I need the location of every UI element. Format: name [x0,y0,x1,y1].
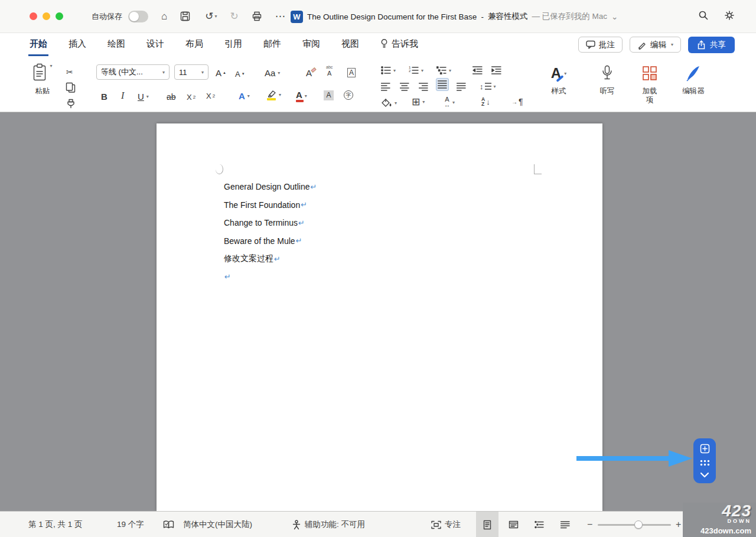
undo-chevron-icon[interactable]: ▾ [215,14,217,19]
styles-button[interactable]: A ▾ 样式 [542,63,575,96]
undo-button[interactable]: ↺ [205,10,213,22]
line-spacing-button[interactable]: ↕ ▾ [480,80,496,93]
zoom-track[interactable] [598,524,671,526]
tab-design[interactable]: 设计 [145,33,165,56]
tab-layout[interactable]: 布局 [184,33,204,56]
accessibility-status[interactable]: 辅助功能: 不可用 [305,512,365,537]
highlight-chevron-icon[interactable]: ▾ [279,92,281,97]
paste-button[interactable]: ▾ 粘贴 [26,63,59,96]
view-web-layout-button[interactable] [502,512,524,537]
font-name-chevron-icon[interactable]: ▾ [162,70,165,75]
comments-button[interactable]: 批注 [578,37,623,53]
accessibility-icon[interactable] [292,512,301,537]
tab-view[interactable]: 视图 [340,33,360,56]
underline-chevron-icon[interactable]: ▾ [146,94,149,99]
dictate-button[interactable]: 听写 [591,63,624,96]
paste-chevron-icon[interactable]: ▾ [50,63,52,69]
bullets-button[interactable]: ▾ [381,64,396,77]
increase-indent-button[interactable] [491,64,501,77]
drag-dots-icon[interactable] [699,459,711,467]
character-border-button[interactable]: A [347,66,356,79]
more-commands-icon[interactable]: ⋯ [275,10,285,22]
app-settings-icon[interactable] [724,10,735,23]
word-count[interactable]: 19 个字 [117,512,144,537]
editor-button[interactable]: 编辑器 [677,63,710,96]
borders-chevron-icon[interactable]: ▾ [422,99,425,105]
fullscreen-button[interactable] [56,12,63,20]
numbering-chevron-icon[interactable]: ▾ [421,68,423,73]
cut-button[interactable]: ✂ [66,66,73,79]
close-button[interactable] [30,12,37,20]
save-icon[interactable] [180,11,191,21]
proofing-icon[interactable] [163,512,174,537]
shrink-font-button[interactable]: A▼ [235,67,245,80]
text-effects-button[interactable]: A ▾ [239,89,250,102]
superscript-button[interactable]: X2 [206,89,215,102]
addins-button[interactable]: 加载项 [634,63,665,105]
enclose-characters-button[interactable]: 字 [344,89,353,102]
document-text[interactable]: General Design Outline↵ The First Founda… [224,178,317,286]
view-draft-button[interactable] [554,512,576,537]
autosave-toggle[interactable] [128,11,148,22]
bold-button[interactable]: B [101,90,107,103]
character-shading-button[interactable]: A [324,89,334,102]
change-case-button[interactable]: Aa ▾ [265,66,280,79]
tab-review[interactable]: 审阅 [301,33,321,56]
tab-mailings[interactable]: 邮件 [262,33,282,56]
floating-toolbar[interactable] [693,438,716,483]
view-outline-button[interactable] [528,512,550,537]
font-color-chevron-icon[interactable]: ▾ [305,93,307,99]
italic-button[interactable]: I [121,89,124,102]
effects-chevron-icon[interactable]: ▾ [247,93,250,99]
editing-mode-button[interactable]: 编辑 ▾ [630,37,681,53]
doc-line-text[interactable]: The First Foundation [224,200,300,210]
sort-button[interactable]: A Z ↓ [481,95,490,108]
borders-button[interactable]: ⊞ ▾ [412,95,425,108]
tab-insert[interactable]: 插入 [67,33,87,56]
format-painter-button[interactable] [66,97,76,110]
zoom-in-button[interactable]: + [676,512,681,537]
doc-line-text[interactable]: 修改文案过程 [224,253,273,264]
strikethrough-button[interactable]: ab [167,90,176,103]
grow-font-button[interactable]: A▲ [216,66,226,79]
numbering-button[interactable]: 12 ▾ [409,64,423,77]
tab-tellme[interactable]: 告诉我 [379,33,419,56]
zoom-thumb[interactable] [634,520,643,529]
fill-chevron-icon[interactable]: ▾ [395,100,397,106]
insert-page-plus-icon[interactable] [700,444,710,454]
case-chevron-icon[interactable]: ▾ [278,70,280,76]
tab-home[interactable]: 开始 [28,33,48,56]
page[interactable]: General Design Outline↵ The First Founda… [157,123,602,511]
doc-line-text[interactable]: Beware of the Mule [224,236,295,246]
chevron-down-icon[interactable] [699,472,710,478]
font-name-select[interactable]: ▾ [96,64,170,80]
tab-draw[interactable]: 绘图 [106,33,126,56]
phonetic-guide-button[interactable]: abc A [326,65,333,78]
align-left-button[interactable] [381,80,390,93]
zoom-out-button[interactable]: − [587,512,592,537]
font-size-chevron-icon[interactable]: ▾ [201,70,204,75]
language-indicator[interactable]: 简体中文(中国大陆) [183,512,252,537]
asian-layout-button[interactable]: A ↔ ▾ [444,96,455,109]
font-size-input[interactable] [179,68,200,77]
minimize-button[interactable] [43,12,50,20]
view-print-layout-button[interactable] [476,512,498,537]
doc-line-text[interactable]: General Design Outline [224,182,310,191]
page-indicator[interactable]: 第 1 页, 共 1 页 [28,512,83,537]
line-spacing-chevron-icon[interactable]: ▾ [494,84,496,89]
align-right-button[interactable] [419,80,428,93]
multilevel-chevron-icon[interactable]: ▾ [449,68,451,73]
doc-line-text[interactable]: Change to Terminus [224,218,298,227]
tab-references[interactable]: 引用 [223,33,243,56]
search-icon[interactable] [698,10,709,23]
subscript-button[interactable]: X2 [187,90,195,103]
title-chevron-icon[interactable]: ⌄ [611,12,618,21]
shading-fill-button[interactable]: ▾ [381,96,397,109]
asian-layout-chevron-icon[interactable]: ▾ [452,100,455,105]
home-icon[interactable]: ⌂ [161,11,167,22]
share-button[interactable]: 共享 [688,37,735,53]
multilevel-list-button[interactable]: ▾ [436,64,451,77]
font-name-input[interactable] [101,68,161,77]
show-paragraph-marks-button[interactable]: → ¶ [511,95,523,108]
font-color-button[interactable]: A ▾ [296,89,307,102]
